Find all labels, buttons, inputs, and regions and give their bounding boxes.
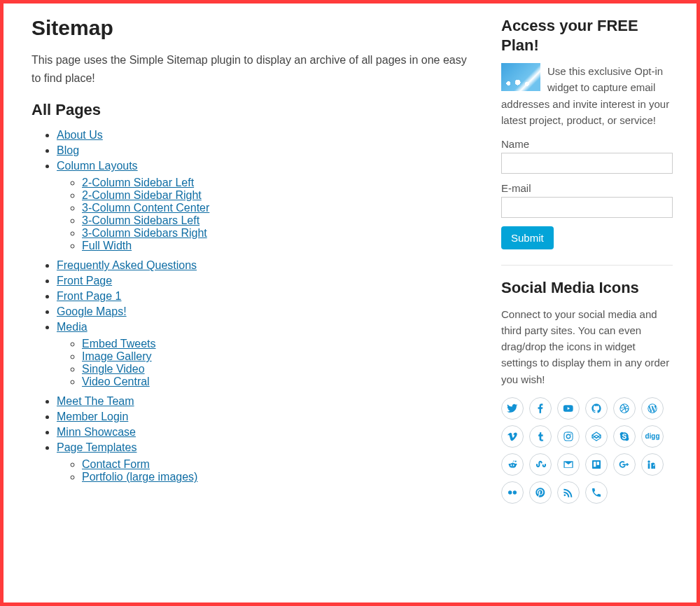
sitemap-item: Frequently Asked Questions [57, 259, 473, 272]
sitemap-item: Meet The Team [57, 395, 473, 408]
optin-title: Access your FREE Plan! [501, 16, 673, 55]
sitemap-list: About UsBlogColumn Layouts2-Column Sideb… [31, 129, 473, 483]
twitter-icon[interactable] [501, 397, 524, 420]
codepen-icon[interactable] [585, 425, 608, 448]
sitemap-item: Contact Form [82, 458, 473, 471]
phone-icon[interactable] [585, 481, 608, 504]
sitemap-link[interactable]: Google Maps! [57, 305, 127, 317]
sitemap-item: Member Login [57, 411, 473, 423]
sitemap-item: Google Maps! [57, 305, 473, 318]
social-title: Social Media Icons [501, 278, 673, 298]
sitemap-link[interactable]: Image Gallery [82, 350, 152, 362]
digg-icon[interactable]: digg [641, 425, 664, 448]
email-icon[interactable] [557, 453, 580, 476]
rss-icon[interactable] [557, 481, 580, 504]
social-widget: Social Media Icons Connect to your socia… [501, 278, 673, 504]
sitemap-item: 2-Column Sidebar Right [82, 189, 473, 202]
page-title: Sitemap [31, 16, 473, 40]
sitemap-link[interactable]: Minn Showcase [57, 426, 136, 438]
name-input[interactable] [501, 153, 673, 174]
sitemap-item: Full Width [82, 240, 473, 252]
sitemap-link[interactable]: Video Central [82, 376, 150, 387]
sitemap-link[interactable]: Frequently Asked Questions [57, 259, 197, 271]
wordpress-icon[interactable] [641, 397, 664, 420]
sitemap-link[interactable]: Member Login [57, 411, 128, 422]
sitemap-item: 2-Column Sidebar Left [82, 177, 473, 189]
widget-separator [501, 265, 673, 266]
sitemap-item: Single Video [82, 363, 473, 376]
sitemap-item: Front Page 1 [57, 290, 473, 303]
sitemap-item: Column Layouts2-Column Sidebar Left2-Col… [57, 160, 473, 252]
googleplus-icon[interactable] [613, 453, 636, 476]
sitemap-sublist: 2-Column Sidebar Left2-Column Sidebar Ri… [57, 177, 473, 252]
sitemap-item: Blog [57, 144, 473, 157]
sitemap-item: 3-Column Content Center [82, 202, 473, 214]
submit-button[interactable]: Submit [501, 226, 554, 249]
sitemap-link[interactable]: Full Width [82, 240, 132, 252]
optin-thumbnail [501, 63, 540, 91]
social-description: Connect to your social media and third p… [501, 306, 673, 387]
svg-point-1 [513, 490, 517, 494]
sitemap-item: About Us [57, 129, 473, 142]
flickr-icon[interactable] [501, 481, 524, 504]
sitemap-link[interactable]: Blog [57, 144, 79, 156]
sitemap-item: MediaEmbed TweetsImage GallerySingle Vid… [57, 321, 473, 388]
sitemap-item: 3-Column Sidebars Right [82, 227, 473, 240]
optin-widget: Access your FREE Plan! Use this exclusiv… [501, 16, 673, 249]
reddit-icon[interactable] [501, 453, 524, 476]
sitemap-link[interactable]: Front Page 1 [57, 290, 122, 302]
sitemap-link[interactable]: Column Layouts [57, 160, 138, 172]
vimeo-icon[interactable] [501, 425, 524, 448]
sitemap-link[interactable]: 2-Column Sidebar Right [82, 189, 202, 201]
skype-icon[interactable] [613, 425, 636, 448]
youtube-icon[interactable] [557, 397, 580, 420]
all-pages-heading: All Pages [31, 101, 473, 119]
sitemap-link[interactable]: Meet The Team [57, 395, 134, 407]
email-input[interactable] [501, 197, 673, 218]
sitemap-link[interactable]: Embed Tweets [82, 338, 156, 350]
sitemap-sublist: Embed TweetsImage GallerySingle VideoVid… [57, 338, 473, 388]
facebook-icon[interactable] [529, 397, 552, 420]
trello-icon[interactable] [585, 453, 608, 476]
sitemap-item: Image Gallery [82, 350, 473, 363]
github-icon[interactable] [585, 397, 608, 420]
sitemap-link[interactable]: Page Templates [57, 441, 136, 453]
sitemap-link[interactable]: About Us [57, 129, 103, 141]
svg-point-0 [508, 490, 512, 494]
sitemap-link[interactable]: Portfolio (large images) [82, 471, 197, 483]
sitemap-sublist: Contact FormPortfolio (large images) [57, 458, 473, 483]
email-label: E-mail [501, 182, 673, 194]
sitemap-link[interactable]: Contact Form [82, 458, 150, 470]
dribbble-icon[interactable] [613, 397, 636, 420]
tumblr-icon[interactable] [529, 425, 552, 448]
sitemap-item: 3-Column Sidebars Left [82, 214, 473, 227]
sitemap-link[interactable]: Media [57, 321, 88, 333]
sitemap-item: Portfolio (large images) [82, 471, 473, 483]
sitemap-item: Minn Showcase [57, 426, 473, 439]
pinterest-icon[interactable] [529, 481, 552, 504]
intro-text: This page uses the Simple Sitemap plugin… [31, 51, 473, 87]
sitemap-link[interactable]: Single Video [82, 363, 145, 375]
sitemap-item: Video Central [82, 376, 473, 388]
sitemap-link[interactable]: 2-Column Sidebar Left [82, 177, 194, 188]
sitemap-item: Page TemplatesContact FormPortfolio (lar… [57, 441, 473, 483]
social-icon-grid: digg [501, 397, 673, 504]
stumbleupon-icon[interactable] [529, 453, 552, 476]
sitemap-item: Front Page [57, 275, 473, 287]
sitemap-item: Embed Tweets [82, 338, 473, 350]
sitemap-link[interactable]: Front Page [57, 275, 112, 287]
instagram-icon[interactable] [557, 425, 580, 448]
sitemap-link[interactable]: 3-Column Content Center [82, 202, 209, 214]
sitemap-link[interactable]: 3-Column Sidebars Left [82, 214, 200, 226]
linkedin-icon[interactable] [641, 453, 664, 476]
sitemap-link[interactable]: 3-Column Sidebars Right [82, 227, 207, 239]
name-label: Name [501, 138, 673, 150]
